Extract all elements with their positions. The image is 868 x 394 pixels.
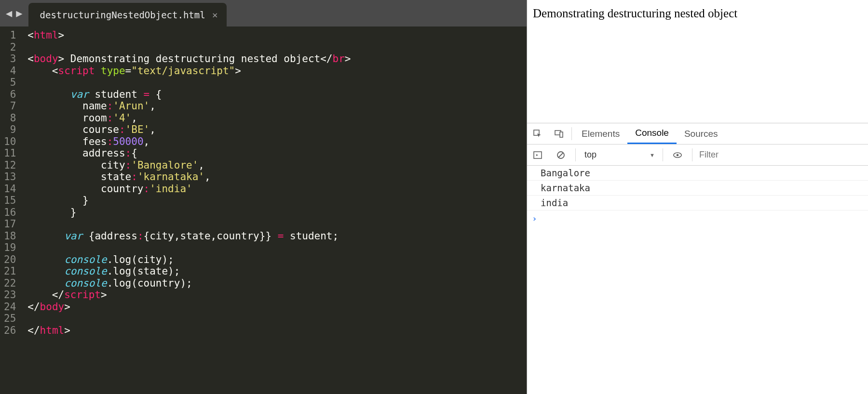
- tab-nav-arrows: ◀ ▶: [0, 0, 28, 26]
- code-line: fees:50000,: [27, 136, 527, 148]
- line-number: 24: [4, 301, 16, 313]
- editor-pane: ◀ ▶ destructuringNestedObject.html × 123…: [0, 0, 527, 394]
- line-number: 13: [4, 171, 16, 183]
- code-line: state:'karnataka',: [27, 171, 527, 183]
- console-sidebar-toggle-icon[interactable]: [527, 150, 548, 160]
- code-line: city:'Bangalore',: [27, 159, 527, 171]
- line-number: 23: [4, 289, 16, 301]
- code-line: [27, 41, 527, 53]
- code-line: name:'Arun',: [27, 100, 527, 112]
- line-number: 12: [4, 159, 16, 171]
- line-number: 14: [4, 183, 16, 195]
- code-line: }: [27, 207, 527, 219]
- line-number: 3: [4, 53, 16, 65]
- line-number: 1: [4, 29, 16, 41]
- code-line: console.log(city);: [27, 254, 527, 266]
- line-number: 20: [4, 254, 16, 266]
- editor-tabbar: ◀ ▶ destructuringNestedObject.html ×: [0, 0, 527, 26]
- context-selector-value: top: [584, 150, 597, 160]
- device-toggle-icon[interactable]: [548, 129, 570, 139]
- svg-point-7: [677, 154, 679, 156]
- console-line: karnataka: [527, 181, 868, 196]
- line-number: 17: [4, 218, 16, 230]
- code-line: var {address:{city,state,country}} = stu…: [27, 230, 527, 242]
- console-toolbar: top: [527, 144, 868, 166]
- editor-body: 1234567891011121314151617181920212223242…: [0, 26, 527, 394]
- svg-line-5: [558, 153, 563, 158]
- editor-tab-active[interactable]: destructuringNestedObject.html ×: [28, 3, 227, 26]
- context-selector[interactable]: top: [580, 148, 659, 162]
- line-number: 19: [4, 242, 16, 254]
- code-line: <html>: [27, 29, 527, 41]
- line-number: 25: [4, 313, 16, 325]
- clear-console-icon[interactable]: [550, 150, 571, 160]
- console-output[interactable]: Bangalorekarnatakaindia›: [527, 166, 868, 394]
- code-line: [27, 218, 527, 230]
- nav-back-icon[interactable]: ◀: [6, 7, 12, 19]
- tab-elements[interactable]: Elements: [574, 123, 627, 144]
- console-prompt[interactable]: ›: [527, 210, 868, 226]
- line-number: 22: [4, 277, 16, 289]
- code-line: course:'BE',: [27, 124, 527, 136]
- code-line: console.log(country);: [27, 277, 527, 289]
- nav-forward-icon[interactable]: ▶: [16, 7, 22, 19]
- divider: [663, 148, 663, 161]
- code-line: </html>: [27, 325, 527, 337]
- code-line: <script type="text/javascript">: [27, 65, 527, 77]
- code-line: address:{: [27, 147, 527, 159]
- line-number: 21: [4, 265, 16, 277]
- console-line: Bangalore: [527, 166, 868, 181]
- inspect-icon[interactable]: [527, 129, 548, 139]
- line-number: 6: [4, 89, 16, 101]
- code-line: room:'4',: [27, 112, 527, 124]
- devtools-tabbar: Elements Console Sources: [527, 123, 868, 144]
- browser-pane: Demonstrating destructuring nested objec…: [527, 0, 868, 394]
- line-number: 11: [4, 147, 16, 159]
- code-line: [27, 77, 527, 89]
- line-number: 26: [4, 325, 16, 337]
- line-number: 8: [4, 112, 16, 124]
- svg-rect-2: [560, 132, 563, 137]
- line-number: 10: [4, 136, 16, 148]
- rendered-page: Demonstrating destructuring nested objec…: [527, 0, 868, 123]
- live-expression-icon[interactable]: [667, 150, 688, 160]
- tab-close-icon[interactable]: ×: [212, 9, 218, 21]
- console-filter-input[interactable]: [696, 150, 865, 160]
- line-number: 16: [4, 207, 16, 219]
- line-number: 15: [4, 195, 16, 207]
- code-line: [27, 242, 527, 254]
- code-area[interactable]: <html> <body> Demonstrating destructurin…: [23, 26, 527, 394]
- line-number: 2: [4, 41, 16, 53]
- line-number-gutter: 1234567891011121314151617181920212223242…: [0, 26, 23, 394]
- tab-console[interactable]: Console: [627, 123, 677, 144]
- code-line: console.log(state);: [27, 265, 527, 277]
- tab-filename: destructuringNestedObject.html: [40, 10, 205, 20]
- line-number: 7: [4, 100, 16, 112]
- console-line: india: [527, 196, 868, 210]
- page-heading: Demonstrating destructuring nested objec…: [533, 7, 862, 20]
- code-line: <body> Demonstrating destructuring neste…: [27, 53, 527, 65]
- divider: [571, 127, 572, 140]
- code-line: </body>: [27, 301, 527, 313]
- tab-sources[interactable]: Sources: [677, 123, 726, 144]
- code-line: [27, 313, 527, 325]
- line-number: 18: [4, 230, 16, 242]
- code-line: country:'india': [27, 183, 527, 195]
- divider: [575, 148, 576, 161]
- line-number: 5: [4, 77, 16, 89]
- code-line: </script>: [27, 289, 527, 301]
- divider: [692, 148, 692, 161]
- devtools-panel: Elements Console Sources top Bangaloreka…: [527, 123, 868, 394]
- line-number: 9: [4, 124, 16, 136]
- code-line: }: [27, 195, 527, 207]
- line-number: 4: [4, 65, 16, 77]
- code-line: var student = {: [27, 89, 527, 101]
